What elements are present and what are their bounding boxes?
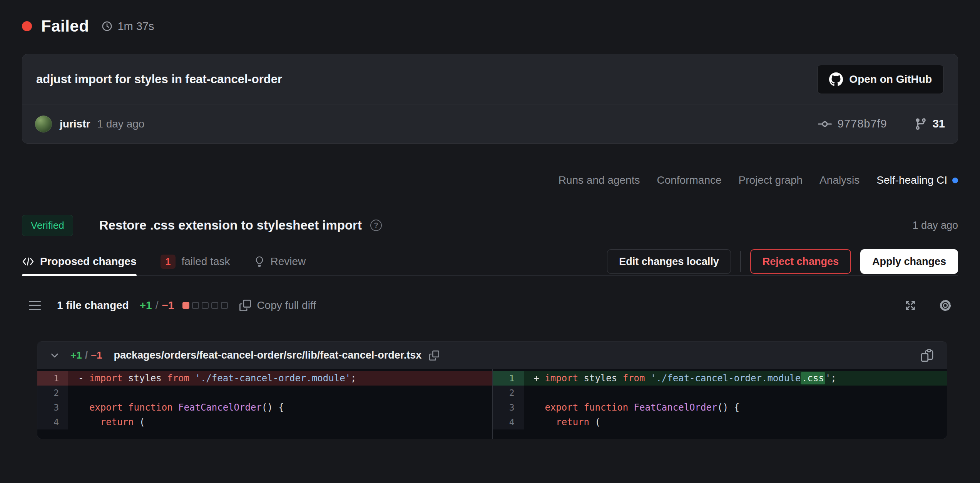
diff-file-header: +1 / −1 packages/orders/feat-cancel-orde… [37,342,947,369]
collapse-chevron-icon[interactable] [49,350,60,361]
lightbulb-icon [254,256,265,267]
open-on-github-label: Open on GitHub [849,73,932,86]
apply-changes-button[interactable]: Apply changes [860,249,958,274]
diff-block-deleted [182,302,189,309]
diff-toolbar-right [903,298,953,313]
settings-gear-icon[interactable] [938,298,953,313]
copy-icon [239,300,251,311]
diff-block-empty [202,302,209,309]
duration: 1m 37s [101,20,154,33]
status-label: Failed [41,17,89,35]
expand-icon[interactable] [903,299,917,312]
code-line: 4 return ( [493,415,947,429]
fix-title: Restore .css extension to stylesheet imp… [99,218,362,233]
self-healing-ci-page: Failed 1m 37s adjust import for styles i… [0,0,980,483]
tab-failed-task-label: failed task [181,255,230,268]
edit-changes-locally-button[interactable]: Edit changes locally [607,249,731,274]
diff-pane-old: 1- import styles from './feat-cancel-ord… [37,369,492,439]
help-icon[interactable]: ? [370,220,382,231]
diff-stats: +1 / −1 [140,299,174,312]
author-timestamp: 1 day ago [97,118,144,130]
line-number: 2 [493,386,524,400]
code-content [68,386,492,400]
commit-card: adjust import for styles in feat-cancel-… [22,54,958,144]
nav-item-label: Analysis [819,174,860,186]
nav-item-label: Runs and agents [559,174,640,186]
line-number: 1 [37,371,68,386]
file-list-menu-icon[interactable] [29,301,41,310]
file-stats-separator: / [85,349,88,361]
code-line: 3 export function FeatCancelOrder() { [493,400,947,415]
fix-actions: Edit changes locally Reject changes Appl… [607,249,958,274]
file-additions: +1 [70,349,82,361]
code-content [524,386,947,400]
tab-proposed-changes[interactable]: Proposed changes [22,248,137,275]
tab-review[interactable]: Review [254,248,306,275]
diff-block-empty [211,302,218,309]
code-line: 2 [37,386,492,400]
line-number: 4 [493,415,524,429]
clock-icon [101,20,113,32]
tabs-row: Proposed changes 1 failed task Review Ed… [22,248,958,276]
code-icon [22,257,34,267]
code-line: 1- import styles from './feat-cancel-ord… [37,371,492,386]
nav-item-runs-and-agents[interactable]: Runs and agents [559,174,640,186]
affected-projects-count[interactable]: 31 [933,117,945,130]
workspace-nav: Runs and agentsConformanceProject graphA… [22,172,958,188]
stats-separator: / [156,299,159,312]
failed-task-count-badge: 1 [161,255,176,269]
file-diff-stats: +1 / −1 [70,349,102,361]
reject-changes-button[interactable]: Reject changes [750,249,851,274]
nav-item-analysis[interactable]: Analysis [819,174,860,186]
verified-badge: Verified [22,215,73,236]
nav-item-self-healing-ci[interactable]: Self-healing CI [876,174,958,186]
copy-path-icon[interactable] [429,351,439,361]
tab-proposed-changes-label: Proposed changes [40,255,137,268]
fix-header: Verified Restore .css extension to style… [22,213,958,238]
file-path: packages/orders/feat-cancel-order/src/li… [114,349,422,361]
fix-timestamp: 1 day ago [912,220,958,231]
code-line: 2 [493,386,947,400]
code-content: return ( [524,415,947,429]
nav-item-label: Conformance [657,174,721,186]
commit-title: adjust import for styles in feat-cancel-… [36,72,282,86]
open-on-github-button[interactable]: Open on GitHub [817,65,944,94]
nav-item-project-graph[interactable]: Project graph [739,174,803,186]
line-number: 2 [37,386,68,400]
nav-item-conformance[interactable]: Conformance [657,174,721,186]
status-row: Failed 1m 37s [22,16,958,36]
line-number: 3 [37,400,68,415]
author-name: juristr [60,118,90,130]
code-line: 4 return ( [37,415,492,429]
copy-full-diff-label: Copy full diff [257,299,316,312]
diff-pane-new: 1+ import styles from './feat-cancel-ord… [492,369,947,439]
commit-card-top: adjust import for styles in feat-cancel-… [22,54,958,104]
code-content: return ( [68,415,492,429]
tabs: Proposed changes 1 failed task Review [22,248,306,275]
nav-item-label: Project graph [739,174,803,186]
code-content: export function FeatCancelOrder() { [524,400,947,415]
tab-review-label: Review [271,255,306,268]
commit-hash[interactable]: 9778b7f9 [838,117,887,130]
line-number: 1 [493,371,524,386]
nav-item-label: Self-healing CI [876,174,947,186]
duration-value: 1m 37s [117,20,154,33]
files-changed-label: 1 file changed [57,299,129,312]
diff-panes: 1- import styles from './feat-cancel-ord… [37,369,947,439]
tab-failed-task[interactable]: 1 failed task [161,248,230,275]
line-number: 3 [493,400,524,415]
code-content: + import styles from './feat-cancel-orde… [524,371,947,386]
actions-divider [740,251,741,272]
line-number: 4 [37,415,68,429]
active-nav-dot [952,178,958,183]
diff-block-empty [192,302,199,309]
additions-count: +1 [140,299,152,312]
git-branch-icon [914,117,927,131]
diff-block-empty [221,302,228,309]
code-content: export function FeatCancelOrder() { [68,400,492,415]
diff-blocks [182,302,228,309]
copy-full-diff-button[interactable]: Copy full diff [239,299,316,312]
failed-status-icon [22,21,32,31]
clipboard-copy-icon[interactable] [920,348,935,363]
github-icon [829,72,843,86]
